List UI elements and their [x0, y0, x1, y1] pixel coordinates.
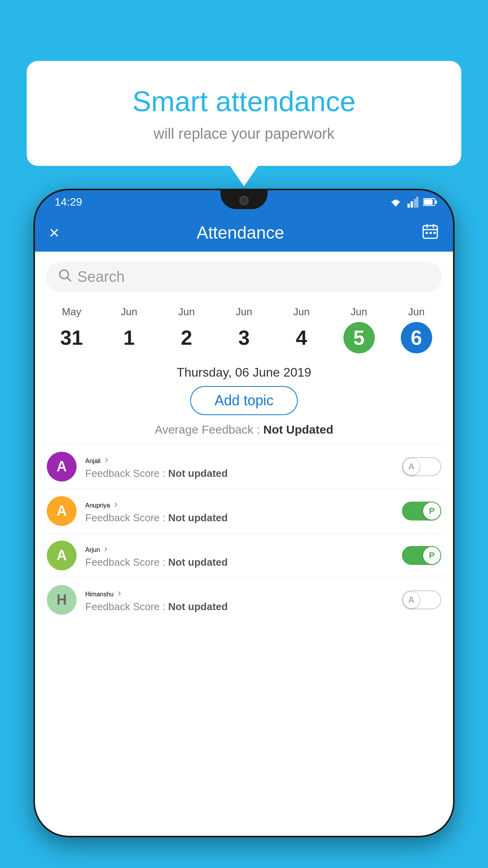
- chevron-3: ›: [117, 587, 121, 599]
- date-month-0: May: [62, 306, 81, 318]
- date-month-2: Jun: [178, 306, 195, 318]
- date-strip: May 31 Jun 1 Jun 2 Jun 3 Jun 4: [35, 299, 453, 360]
- date-month-3: Jun: [236, 306, 252, 318]
- student-info-2: Arjun › Feedback Score : Not updated: [85, 542, 402, 568]
- chevron-1: ›: [114, 498, 118, 510]
- signal-icon: [407, 197, 418, 208]
- toggle-knob-3: A: [403, 591, 420, 609]
- toggle-1[interactable]: P: [402, 502, 441, 520]
- svg-rect-6: [416, 197, 418, 208]
- chevron-2: ›: [104, 542, 108, 554]
- avatar-3: H: [47, 585, 77, 615]
- student-info-0: Anjali › Feedback Score : Not updated: [85, 454, 402, 480]
- student-info-1: Anupriya › Feedback Score : Not updated: [85, 498, 402, 524]
- date-month-4: Jun: [293, 306, 310, 318]
- svg-rect-3: [407, 204, 410, 208]
- student-row-0[interactable]: A Anjali › Feedback Score : Not updated: [43, 444, 445, 489]
- speech-bubble: Smart attendance will replace your paper…: [27, 61, 461, 166]
- toggle-container-3[interactable]: A: [402, 590, 441, 609]
- svg-rect-8: [435, 200, 437, 204]
- student-info-3: Himanshu › Feedback Score : Not updated: [85, 587, 402, 613]
- toggle-container-2[interactable]: P: [402, 546, 441, 565]
- avg-feedback: Average Feedback : Not Updated: [35, 423, 453, 436]
- student-row-1[interactable]: A Anupriya › Feedback Score : Not update…: [43, 489, 445, 533]
- phone-frame: 14:29: [33, 189, 455, 837]
- toggle-2[interactable]: P: [402, 546, 441, 565]
- search-placeholder: Search: [77, 268, 125, 285]
- search-bar[interactable]: Search: [46, 261, 442, 292]
- avatar-1: A: [47, 496, 77, 526]
- toggle-0[interactable]: A: [402, 457, 441, 476]
- search-icon: [58, 268, 72, 286]
- student-name-3: Himanshu ›: [85, 587, 402, 599]
- date-num-3: 3: [228, 322, 260, 353]
- date-cell-5[interactable]: Jun 5: [330, 303, 387, 357]
- status-time: 14:29: [55, 196, 82, 208]
- chevron-0: ›: [105, 454, 108, 465]
- date-month-5: Jun: [351, 306, 367, 318]
- status-icons: [389, 197, 437, 208]
- student-row-3[interactable]: H Himanshu › Feedback Score : Not update…: [43, 577, 445, 622]
- toggle-container-1[interactable]: P: [402, 502, 441, 520]
- avatar-0: A: [47, 452, 77, 482]
- date-num-1: 1: [113, 322, 145, 353]
- svg-rect-14: [426, 232, 428, 234]
- calendar-icon: [422, 223, 439, 240]
- student-name-2: Arjun ›: [85, 542, 402, 555]
- student-row-2[interactable]: A Arjun › Feedback Score : Not updated: [43, 533, 445, 577]
- student-list: A Anjali › Feedback Score : Not updated: [35, 444, 453, 622]
- close-button[interactable]: ×: [49, 224, 59, 241]
- date-num-2: 2: [171, 322, 202, 353]
- toggle-3[interactable]: A: [402, 590, 441, 609]
- svg-rect-16: [433, 232, 436, 234]
- student-name-1: Anupriya ›: [85, 498, 402, 510]
- student-feedback-0: Feedback Score : Not updated: [85, 467, 402, 480]
- date-cell-3[interactable]: Jun 3: [215, 303, 273, 357]
- date-num-6: 6: [401, 322, 432, 353]
- toggle-knob-0: A: [403, 458, 420, 475]
- avatar-2: A: [47, 541, 77, 570]
- student-feedback-3: Feedback Score : Not updated: [85, 601, 402, 613]
- date-num-4: 4: [286, 322, 317, 353]
- speech-bubble-title: Smart attendance: [58, 85, 430, 118]
- svg-rect-5: [414, 199, 416, 208]
- student-name-0: Anjali ›: [85, 454, 402, 466]
- screen-content: Search May 31 Jun 1 Jun 2 Jun 3: [35, 252, 453, 836]
- date-cell-0[interactable]: May 31: [43, 303, 100, 357]
- wifi-icon: [389, 197, 403, 208]
- date-cell-6[interactable]: Jun 6: [388, 303, 445, 357]
- toggle-container-0[interactable]: A: [402, 457, 441, 476]
- avg-feedback-label: Average Feedback :: [155, 423, 260, 436]
- date-month-6: Jun: [408, 306, 425, 318]
- phone-notch: [220, 190, 268, 209]
- date-cell-1[interactable]: Jun 1: [100, 303, 158, 357]
- date-num-5: 5: [343, 322, 375, 353]
- selected-date-label: Thursday, 06 June 2019: [35, 365, 453, 380]
- avg-feedback-value: Not Updated: [263, 423, 333, 436]
- date-num-0: 31: [56, 322, 87, 353]
- date-cell-2[interactable]: Jun 2: [158, 303, 215, 357]
- toggle-knob-1: P: [423, 502, 440, 520]
- svg-line-18: [67, 278, 71, 281]
- add-topic-button[interactable]: Add topic: [190, 386, 298, 415]
- app-bar-title: Attendance: [59, 223, 422, 243]
- speech-bubble-subtitle: will replace your paperwork: [58, 125, 430, 142]
- calendar-button[interactable]: [422, 223, 439, 243]
- date-cell-4[interactable]: Jun 4: [273, 303, 330, 357]
- app-bar: × Attendance: [35, 214, 453, 252]
- toggle-knob-2: P: [423, 547, 440, 564]
- svg-rect-15: [429, 232, 432, 234]
- camera: [239, 196, 249, 205]
- svg-rect-4: [411, 201, 413, 208]
- battery-icon: [423, 198, 437, 206]
- date-month-1: Jun: [121, 306, 137, 318]
- svg-rect-9: [424, 199, 433, 205]
- student-feedback-1: Feedback Score : Not updated: [85, 512, 402, 524]
- student-feedback-2: Feedback Score : Not updated: [85, 556, 402, 568]
